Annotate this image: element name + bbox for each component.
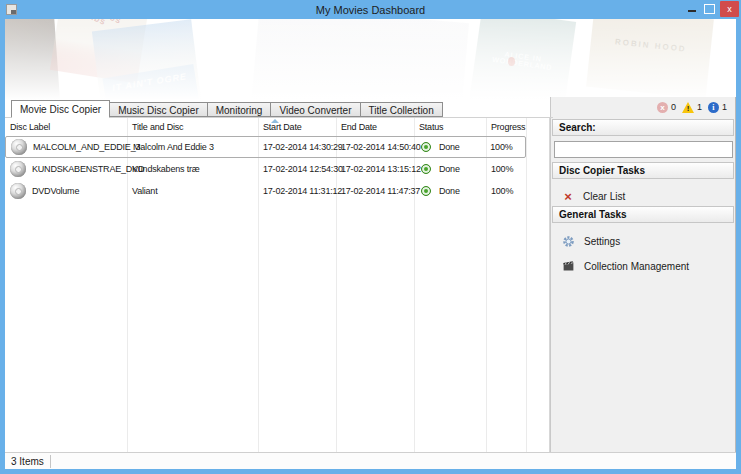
clapperboard-icon: [562, 260, 575, 273]
status-text: Done: [439, 186, 460, 196]
disc-label-text: MALCOLM_AND_EDDIE_3: [33, 142, 140, 152]
start-date-cell: 17-02-2014 12:54:30: [258, 164, 336, 174]
tab-music-disc-copier[interactable]: Music Disc Copier: [109, 102, 208, 117]
column-header-disc-label[interactable]: Disc Label: [5, 122, 127, 132]
column-header-title-and-disc[interactable]: Title and Disc: [127, 122, 258, 132]
error-counter[interactable]: x 0: [657, 102, 676, 113]
title-cell: Valiant: [127, 186, 258, 196]
tab-monitoring[interactable]: Monitoring: [207, 102, 272, 117]
status-cell: Done: [414, 142, 485, 152]
progress-cell: 100%: [486, 186, 526, 196]
progress-cell: 100%: [485, 142, 525, 152]
collection-management-button[interactable]: Collection Management: [551, 260, 735, 273]
disc-label-text: DVDVolume: [32, 186, 79, 196]
info-count: 1: [722, 102, 727, 112]
disc-copier-list: Disc Label Title and Disc Start Date End…: [5, 118, 550, 452]
disc-icon: [10, 183, 26, 199]
column-header-end-date[interactable]: End Date: [336, 122, 414, 132]
tab-video-converter[interactable]: Video Converter: [270, 102, 360, 117]
clear-list-icon: ×: [562, 192, 574, 202]
error-icon: x: [657, 102, 668, 113]
warning-count: 1: [697, 102, 702, 112]
sort-arrow-icon: [271, 119, 279, 123]
items-count: 3 Items: [5, 456, 50, 467]
search-section-header: Search:: [552, 119, 734, 136]
status-cell: Done: [414, 186, 486, 196]
gear-icon: [562, 235, 575, 248]
close-button[interactable]: x: [720, 1, 739, 17]
end-date-cell: 17-02-2014 14:50:40: [336, 142, 414, 152]
table-row[interactable]: MALCOLM_AND_EDDIE_3 Malcolm And Eddie 3 …: [5, 136, 526, 158]
start-date-cell: 17-02-2014 14:30:29: [258, 142, 336, 152]
tab-movie-disc-copier[interactable]: Movie Disc Copier: [11, 100, 110, 118]
done-status-icon: [421, 142, 431, 152]
task-sidebar: x 0 ! 1 i 1 Search: Disc Copier Tasks: [550, 97, 736, 452]
column-header-progress[interactable]: Progress: [486, 122, 526, 132]
column-header-start-date[interactable]: Start Date: [258, 122, 336, 132]
clear-list-button[interactable]: × Clear List: [551, 191, 735, 202]
end-date-cell: 17-02-2014 13:15:12: [336, 164, 414, 174]
disc-label-cell: DVDVolume: [5, 183, 127, 199]
start-date-cell: 17-02-2014 11:31:12: [258, 186, 336, 196]
info-icon: i: [708, 102, 719, 113]
movie-poster-banner: INGLOURIOUS BASTERDS IT AIN'T OGRE ALICE…: [5, 19, 736, 100]
tab-title-collection[interactable]: Title Collection: [360, 102, 443, 117]
title-cell: Malcolm And Eddie 3: [128, 142, 258, 152]
search-input[interactable]: [554, 141, 733, 158]
banner-fade-overlay: [5, 19, 736, 100]
column-divider: [526, 118, 527, 452]
column-header-status[interactable]: Status: [414, 122, 486, 132]
done-status-icon: [421, 186, 431, 196]
warning-icon: !: [682, 102, 694, 113]
minimize-button[interactable]: [684, 1, 701, 17]
notification-summary: x 0 ! 1 i 1: [551, 97, 735, 115]
settings-button[interactable]: Settings: [551, 235, 735, 248]
status-text: Done: [439, 164, 460, 174]
disc-icon: [11, 139, 27, 155]
warning-counter[interactable]: ! 1: [682, 102, 702, 113]
disc-icon: [10, 161, 26, 177]
progress-cell: 100%: [486, 164, 526, 174]
disc-label-cell: MALCOLM_AND_EDDIE_3: [6, 139, 128, 155]
disc-copier-tasks-header: Disc Copier Tasks: [552, 162, 734, 179]
table-row[interactable]: KUNDSKABENSTRAE_DVD Kundskabens træ 17-0…: [5, 158, 526, 180]
table-header-row: Disc Label Title and Disc Start Date End…: [5, 118, 550, 136]
maximize-button[interactable]: [701, 1, 718, 17]
status-bar: 3 Items: [5, 452, 736, 469]
disc-label-cell: KUNDSKABENSTRAE_DVD: [5, 161, 127, 177]
error-count: 0: [671, 102, 676, 112]
tab-strip: Movie Disc Copier Music Disc Copier Moni…: [5, 101, 553, 118]
statusbar-divider: [50, 455, 51, 468]
info-counter[interactable]: i 1: [708, 102, 727, 113]
general-tasks-header: General Tasks: [552, 206, 734, 223]
status-text: Done: [439, 142, 460, 152]
window-title: My Movies Dashboard: [0, 4, 741, 16]
window-controls: x: [684, 1, 739, 17]
app-window: My Movies Dashboard x INGLOURIOUS BASTER…: [0, 0, 741, 474]
table-row[interactable]: DVDVolume Valiant 17-02-2014 11:31:12 17…: [5, 180, 526, 202]
end-date-cell: 17-02-2014 11:47:37: [336, 186, 414, 196]
status-cell: Done: [414, 164, 486, 174]
title-cell: Kundskabens træ: [127, 164, 258, 174]
done-status-icon: [421, 164, 431, 174]
title-bar[interactable]: My Movies Dashboard x: [0, 0, 741, 19]
client-area: INGLOURIOUS BASTERDS IT AIN'T OGRE ALICE…: [5, 19, 736, 469]
app-icon: [6, 4, 17, 15]
